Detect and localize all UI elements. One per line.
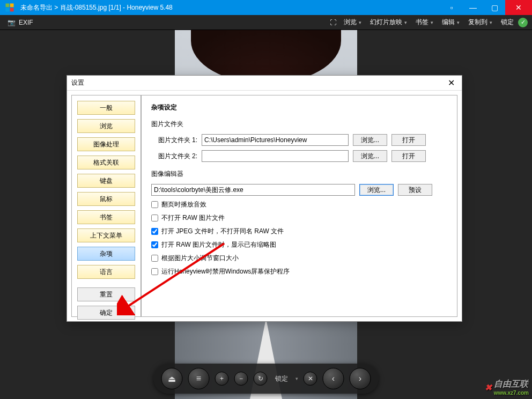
check-sound[interactable]: 翻页时播放音效 xyxy=(151,200,447,209)
tab-assoc[interactable]: 格式关联 xyxy=(77,156,135,169)
check-no-raw[interactable]: 不打开 RAW 图片文件 xyxy=(151,213,447,223)
folder1-browse-button[interactable]: 浏览... xyxy=(353,134,387,146)
check-jpeg-raw[interactable]: 打开 JPEG 文件时，不打开同名 RAW 文件 xyxy=(151,227,447,236)
dialog-titlebar: 设置 ✕ xyxy=(67,76,462,91)
settings-sidebar: 一般 浏览 图像处理 格式关联 键盘 鼠标 书签 上下文菜单 杂项 语言 重置 … xyxy=(71,95,141,317)
content-heading: 杂项设定 xyxy=(151,103,447,112)
window-maximize-button[interactable]: ▢ xyxy=(484,0,505,15)
window-titlebar: 未命名导出 > 肖战-085155.jpg [1/1] - Honeyview … xyxy=(0,0,532,15)
menu-button[interactable]: ≡ xyxy=(188,368,210,389)
folder2-browse-button[interactable]: 浏览... xyxy=(353,150,387,162)
player-lock-label[interactable]: 锁定 xyxy=(273,374,290,383)
tab-language[interactable]: 语言 xyxy=(77,265,135,279)
svg-rect-1 xyxy=(10,4,14,8)
ok-button[interactable]: 确定 xyxy=(77,306,135,320)
fit-icon[interactable]: ⛶ xyxy=(327,19,339,26)
player-controls: ⏏ ≡ + − ↻ 锁定▾ ✕ ‹ › xyxy=(154,364,379,394)
window-close-button[interactable]: ✕ xyxy=(505,0,532,15)
tab-misc[interactable]: 杂项 xyxy=(77,247,135,261)
dialog-title: 设置 xyxy=(71,78,84,87)
svg-rect-0 xyxy=(6,4,10,8)
close-player-button[interactable]: ✕ xyxy=(304,372,317,386)
zoom-out-button[interactable]: − xyxy=(234,372,248,386)
svg-rect-2 xyxy=(6,8,10,12)
window-minimize-button[interactable]: — xyxy=(462,0,484,15)
folder2-open-button[interactable]: 打开 xyxy=(391,150,426,162)
editor-preset-button[interactable]: 预设 xyxy=(398,184,432,196)
tab-imageproc[interactable]: 图像处理 xyxy=(77,137,135,151)
check-resize-window[interactable]: 根据图片大小调节窗口大小 xyxy=(151,254,447,263)
prev-button[interactable]: ‹ xyxy=(323,368,344,389)
menu-copyto[interactable]: 复制到▾ xyxy=(464,15,497,30)
settings-content: 杂项设定 图片文件夹 图片文件夹 1: 浏览... 打开 图片文件夹 2: 浏览… xyxy=(141,95,457,317)
menu-edit[interactable]: 编辑▾ xyxy=(438,15,464,30)
window-title: 未命名导出 > 肖战-085155.jpg [1/1] - Honeyview … xyxy=(19,3,441,12)
check-raw-thumb[interactable]: 打开 RAW 图片文件时，显示已有缩略图 xyxy=(151,240,447,249)
tab-mouse[interactable]: 鼠标 xyxy=(77,192,135,206)
watermark: ✖ 自由互联 www.xz7.com xyxy=(485,379,529,396)
tab-bookmark[interactable]: 书签 xyxy=(77,210,135,224)
folder2-input[interactable] xyxy=(202,150,349,162)
menu-slideshow[interactable]: 幻灯片放映▾ xyxy=(366,15,411,30)
rotate-button[interactable]: ↻ xyxy=(254,372,268,386)
folder1-label: 图片文件夹 1: xyxy=(151,136,197,145)
reset-button[interactable]: 重置 xyxy=(77,287,135,301)
lock-check-icon: ✓ xyxy=(518,18,528,27)
svg-rect-3 xyxy=(10,8,14,12)
editor-input[interactable] xyxy=(151,184,355,196)
tab-general[interactable]: 一般 xyxy=(77,101,135,115)
folder1-open-button[interactable]: 打开 xyxy=(391,134,426,146)
zoom-in-button[interactable]: + xyxy=(215,372,229,386)
main-toolbar: 📷 EXIF ⛶ 浏览▾ 幻灯片放映▾ 书签▾ 编辑▾ 复制到▾ 锁定✓ xyxy=(0,15,532,30)
eject-button[interactable]: ⏏ xyxy=(161,368,183,389)
exif-label[interactable]: EXIF xyxy=(19,19,33,26)
tab-keyboard[interactable]: 键盘 xyxy=(77,174,135,188)
editor-section: 图像编辑器 xyxy=(151,169,447,179)
menu-lock[interactable]: 锁定✓ xyxy=(497,15,532,30)
folder2-label: 图片文件夹 2: xyxy=(151,152,197,161)
tab-context[interactable]: 上下文菜单 xyxy=(77,228,135,242)
menu-browse[interactable]: 浏览▾ xyxy=(339,15,366,30)
next-button[interactable]: › xyxy=(350,368,371,389)
editor-browse-button[interactable]: 浏览... xyxy=(359,184,394,196)
tab-browse[interactable]: 浏览 xyxy=(77,119,135,133)
check-screensaver[interactable]: 运行Honeyview时禁用Windows屏幕保护程序 xyxy=(151,267,447,276)
camera-icon: 📷 xyxy=(8,19,16,26)
dialog-close-button[interactable]: ✕ xyxy=(445,78,457,88)
app-icon xyxy=(0,0,19,15)
folder1-input[interactable] xyxy=(202,134,349,146)
folders-section: 图片文件夹 xyxy=(151,120,447,129)
menu-bookmark[interactable]: 书签▾ xyxy=(411,15,438,30)
window-restore-button[interactable]: ▫ xyxy=(441,0,462,15)
settings-dialog: 设置 ✕ 一般 浏览 图像处理 格式关联 键盘 鼠标 书签 上下文菜单 杂项 语… xyxy=(66,75,462,322)
